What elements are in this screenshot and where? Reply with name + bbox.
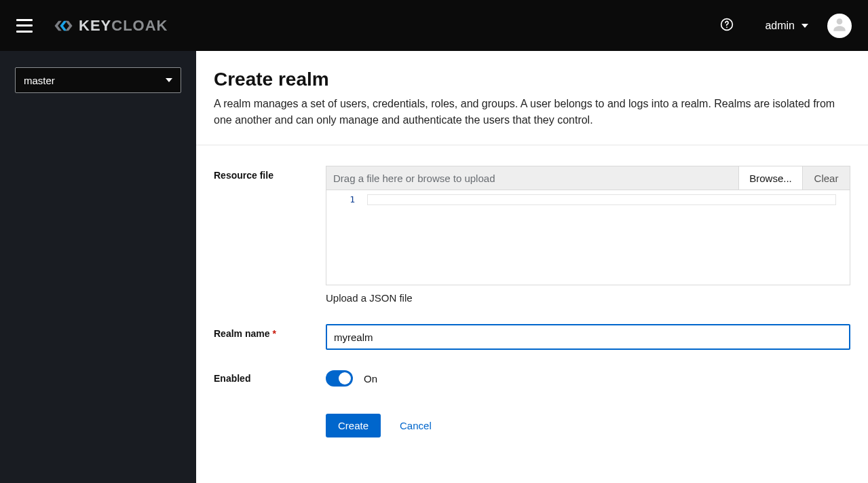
editor-body[interactable] <box>367 190 850 285</box>
editor-active-line[interactable] <box>367 194 836 205</box>
editor-gutter: 1 <box>326 190 367 285</box>
svg-point-4 <box>727 26 728 28</box>
chevron-down-icon <box>166 78 172 82</box>
realm-selector-value: master <box>24 75 55 86</box>
create-realm-form: Resource file Drag a file here or browse… <box>196 145 868 458</box>
avatar[interactable] <box>827 14 852 38</box>
line-number: 1 <box>326 194 367 204</box>
browse-button[interactable]: Browse... <box>738 166 802 190</box>
brand-logo[interactable]: KEYCLOAK <box>52 17 168 35</box>
realm-selector[interactable]: master <box>15 67 181 93</box>
brand-logo-text: KEYCLOAK <box>79 17 168 35</box>
resource-file-row: Resource file Drag a file here or browse… <box>214 166 850 304</box>
json-editor[interactable]: 1 <box>326 190 850 285</box>
enabled-row: Enabled On <box>214 370 850 387</box>
resource-file-helper: Upload a JSON file <box>326 292 850 304</box>
sidebar: master <box>0 51 196 483</box>
user-menu-label: admin <box>765 20 795 32</box>
file-upload-bar: Drag a file here or browse to upload Bro… <box>326 166 850 190</box>
page-title: Create realm <box>214 69 850 90</box>
form-actions: Create Cancel <box>326 414 850 437</box>
app-header: KEYCLOAK admin <box>0 0 868 51</box>
realm-name-input[interactable] <box>326 324 850 350</box>
enabled-toggle[interactable] <box>326 370 353 387</box>
realm-name-label: Realm name* <box>214 324 326 339</box>
menu-toggle-button[interactable] <box>16 19 33 33</box>
main-content: Create realm A realm manages a set of us… <box>196 51 868 483</box>
help-icon <box>720 18 734 34</box>
page-header: Create realm A realm manages a set of us… <box>196 51 868 145</box>
resource-file-label: Resource file <box>214 166 326 181</box>
page-description: A realm manages a set of users, credenti… <box>214 96 850 128</box>
help-button[interactable] <box>716 15 738 37</box>
brand-logo-icon <box>52 19 75 33</box>
user-menu[interactable]: admin <box>765 20 808 32</box>
create-button[interactable]: Create <box>326 414 381 437</box>
svg-marker-1 <box>60 20 67 31</box>
cancel-button[interactable]: Cancel <box>400 414 432 437</box>
enabled-state-label: On <box>364 373 377 384</box>
clear-file-button[interactable]: Clear <box>802 166 850 190</box>
enabled-label: Enabled <box>214 373 326 384</box>
realm-name-row: Realm name* <box>214 324 850 350</box>
svg-point-5 <box>837 18 843 24</box>
svg-marker-2 <box>65 20 72 31</box>
chevron-down-icon <box>801 24 808 28</box>
user-avatar-icon <box>831 16 848 36</box>
file-drop-zone[interactable]: Drag a file here or browse to upload <box>326 166 738 190</box>
